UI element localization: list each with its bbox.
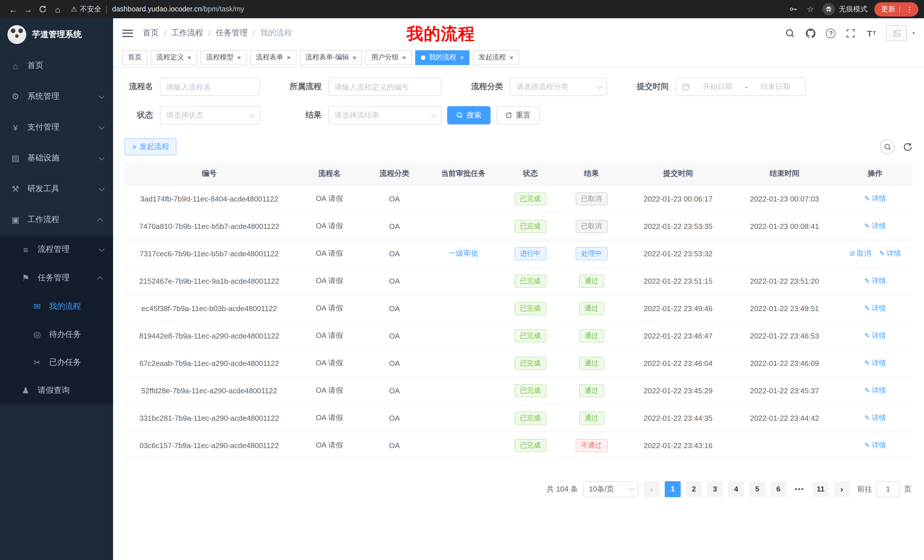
tab-process-form[interactable]: 流程表单× xyxy=(250,50,296,65)
reset-button[interactable]: 重置 xyxy=(496,106,540,124)
process-definition-input[interactable] xyxy=(328,78,441,96)
detail-action[interactable]: ✎详情 xyxy=(864,221,886,231)
detail-action[interactable]: ✎详情 xyxy=(864,194,886,204)
sidebar-item-label: 基础设施 xyxy=(27,153,59,163)
tab-start-process[interactable]: 发起流程× xyxy=(473,50,519,65)
chevron-down-icon xyxy=(431,112,437,117)
sidebar-item-payment-mgmt[interactable]: ¥支付管理 xyxy=(0,112,113,143)
prev-page-button[interactable]: ‹ xyxy=(644,481,660,497)
cell-id: 03c6c157-7b9a-11ec-a290-acde48001122 xyxy=(124,431,294,459)
close-icon[interactable]: × xyxy=(188,54,191,61)
refresh-table-icon[interactable] xyxy=(903,142,913,151)
submit-time-range-picker[interactable]: 开始日期 - 结束日期 xyxy=(676,78,806,96)
toggle-search-icon[interactable] xyxy=(880,139,895,154)
pager-page-2[interactable]: 2 xyxy=(686,481,702,497)
sidebar-item-infrastructure[interactable]: ▤基础设施 xyxy=(0,143,113,174)
detail-action[interactable]: ✎详情 xyxy=(879,249,901,258)
cell-category: OA xyxy=(365,295,424,322)
cell-end-time: 2022-01-23 00:08:41 xyxy=(731,213,838,240)
breadcrumb-item[interactable]: 首页 xyxy=(143,28,159,38)
result-select[interactable]: 请选择流结果 xyxy=(328,106,441,124)
range-separator: - xyxy=(745,82,748,91)
tab-my-process[interactable]: 我的流程× xyxy=(415,50,470,65)
sidebar-item-workflow[interactable]: ▣工作流程 xyxy=(0,204,113,235)
action-label: 详情 xyxy=(872,276,886,286)
end-date-placeholder[interactable]: 结束日期 xyxy=(751,82,800,92)
tab-process-model[interactable]: 流程模型× xyxy=(201,50,247,65)
sidebar-item-leave-query[interactable]: ♟请假查询 xyxy=(0,376,113,405)
help-icon[interactable]: ? xyxy=(826,28,836,38)
next-page-button[interactable]: › xyxy=(834,481,850,497)
close-icon[interactable]: × xyxy=(237,54,241,61)
table-body: 3ad174fb-7b9d-11ec-8404-acde48001122OA 请… xyxy=(124,185,913,459)
sidebar-item-system-mgmt[interactable]: ⚙系统管理 xyxy=(0,81,113,112)
close-icon[interactable]: × xyxy=(509,54,513,61)
pager-page-1[interactable]: 1 xyxy=(665,481,681,497)
column-header: 操作 xyxy=(838,162,913,185)
close-icon[interactable]: × xyxy=(352,54,356,61)
browser-refresh-icon[interactable] xyxy=(35,2,50,16)
tab-label: 流程定义 xyxy=(156,52,184,62)
close-icon[interactable]: × xyxy=(286,54,291,61)
goto-page-input[interactable] xyxy=(876,481,900,497)
breadcrumb-item[interactable]: 工作流程 xyxy=(171,28,203,38)
sidebar-item-my-process[interactable]: ✉我的流程 xyxy=(0,292,113,320)
sidebar-toggle-icon[interactable] xyxy=(122,29,133,37)
detail-icon: ✎ xyxy=(864,386,870,394)
breadcrumb-item[interactable]: 任务管理 xyxy=(216,28,248,38)
pager-page-11[interactable]: 11 xyxy=(813,481,829,497)
process-category-select[interactable]: 请选择流程分类 xyxy=(510,78,607,96)
caret-down-icon[interactable]: ▾ xyxy=(912,30,915,36)
sidebar-item-task-mgmt[interactable]: ⚑任务管理 xyxy=(0,264,113,292)
close-icon[interactable]: × xyxy=(460,54,464,61)
detail-action[interactable]: ✎详情 xyxy=(864,331,886,340)
pager-page-6[interactable]: 6 xyxy=(770,481,786,497)
page-size-select[interactable]: 10条/页 xyxy=(583,481,639,497)
github-icon[interactable] xyxy=(806,28,816,39)
key-icon[interactable] xyxy=(788,4,798,14)
pager-page-4[interactable]: 4 xyxy=(728,481,744,497)
detail-action[interactable]: ✎详情 xyxy=(864,276,886,286)
update-button[interactable]: 更新 ⋮ xyxy=(874,2,918,16)
tab-process-form-edit[interactable]: 流程表单-编辑× xyxy=(300,50,362,65)
logo-row[interactable]: 芋道管理系统 xyxy=(0,18,113,50)
search-icon[interactable] xyxy=(785,28,796,39)
cancel-action[interactable]: ⊘取消 xyxy=(849,249,871,258)
cell-process-name: OA 请假 xyxy=(294,322,364,349)
tab-process-definition[interactable]: 流程定义× xyxy=(151,50,197,65)
start-process-button[interactable]: + 发起流程 xyxy=(124,138,177,155)
sidebar-item-dev-tools[interactable]: ⚒研发工具 xyxy=(0,174,113,204)
incognito-badge[interactable]: 无痕模式 xyxy=(822,3,867,15)
detail-action[interactable]: ✎详情 xyxy=(864,413,886,423)
current-task-link[interactable]: 一级审批 xyxy=(448,249,478,258)
sidebar-item-process-mgmt[interactable]: ≡流程管理 xyxy=(0,235,113,264)
start-date-placeholder[interactable]: 开始日期 xyxy=(693,82,742,92)
browser-forward-icon[interactable]: → xyxy=(21,2,35,16)
detail-action[interactable]: ✎详情 xyxy=(864,303,886,313)
sidebar-item-todo-tasks[interactable]: ◎待办任务 xyxy=(0,320,113,348)
fullscreen-icon[interactable] xyxy=(846,28,856,39)
pager-page-3[interactable]: 3 xyxy=(707,481,723,497)
font-size-icon[interactable]: TT xyxy=(866,28,877,39)
search-button[interactable]: 搜索 xyxy=(447,106,490,124)
tab-home[interactable]: 首页 xyxy=(122,50,147,65)
tab-user-group[interactable]: 用户分组× xyxy=(366,50,412,65)
user-avatar[interactable] xyxy=(886,25,907,41)
sidebar-item-done-tasks[interactable]: ✂已办任务 xyxy=(0,348,113,376)
detail-action[interactable]: ✎详情 xyxy=(864,358,886,368)
cell-id: 819442e8-7b9a-11ec-a290-acde48001122 xyxy=(124,322,294,349)
status-label: 状态 xyxy=(124,110,160,120)
close-icon[interactable]: × xyxy=(402,54,406,61)
pager-page-5[interactable]: 5 xyxy=(749,481,765,497)
detail-action[interactable]: ✎详情 xyxy=(864,386,886,395)
bookmark-star-icon[interactable]: ☆ xyxy=(805,4,816,14)
browser-menu-icon[interactable]: ⋮ xyxy=(904,5,915,13)
address-bar[interactable]: ⚠ 不安全 dashboard.yudao.iocoder.cn/bpm/tas… xyxy=(71,4,788,14)
status-select[interactable]: 请选择状态 xyxy=(160,106,260,124)
sidebar-item-home[interactable]: ⌂首页 xyxy=(0,50,113,81)
list-icon: ≡ xyxy=(21,245,31,254)
process-name-input[interactable] xyxy=(160,78,260,96)
detail-action[interactable]: ✎详情 xyxy=(864,440,886,450)
browser-home-icon[interactable]: ⌂ xyxy=(50,2,65,16)
browser-back-icon[interactable]: ← xyxy=(6,2,21,16)
